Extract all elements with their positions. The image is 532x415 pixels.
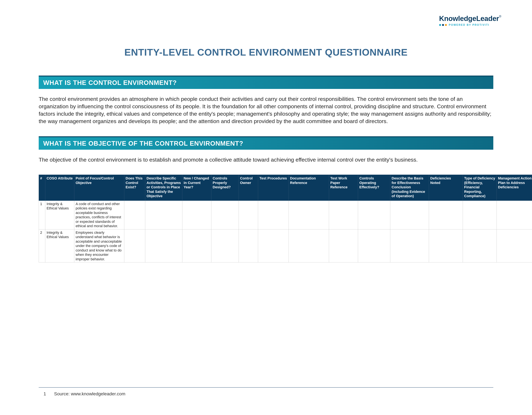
table-header-cell: Deficiencies Noted [429, 175, 463, 201]
page-number: 1 [44, 391, 46, 397]
table-header-cell: Type of Deficiency (Efficiency, Financia… [463, 175, 497, 201]
footer-source: Source: www.knowledgeleader.com [54, 391, 125, 397]
table-cell: Integrity & Ethical Values [45, 229, 74, 262]
table-cell [211, 201, 239, 229]
table-cell: A code of conduct and other policies exi… [74, 201, 124, 229]
logo-subline: POWERED BY PROTIVITI [449, 24, 489, 27]
table-header-cell: Describe the Basis for Effectiveness Con… [390, 175, 429, 201]
table-cell [358, 201, 390, 229]
table-header-cell: Describe Specific Activities, Programs o… [145, 175, 182, 201]
table-cell [211, 229, 239, 262]
table-cell [463, 201, 497, 229]
table-cell [145, 229, 182, 262]
table-cell [463, 229, 497, 262]
table-cell: 2 [39, 229, 45, 262]
table-cell [182, 229, 211, 262]
logo-trademark: ® [499, 15, 501, 18]
table-header-cell: Test Work Paper Reference [329, 175, 358, 201]
table-header-cell: Point of Focus/Control Objective [74, 175, 124, 201]
section-body: The control environment provides an atmo… [39, 95, 493, 125]
table-cell [497, 229, 532, 262]
section-heading: WHAT IS THE OBJECTIVE OF THE CONTROL ENV… [43, 140, 489, 147]
table-cell [329, 201, 358, 229]
table-header-cell: Documentation Reference [289, 175, 329, 201]
table-cell [182, 201, 211, 229]
table-cell [124, 201, 145, 229]
table-cell [358, 229, 390, 262]
table-cell [497, 201, 532, 229]
footer-rule [39, 387, 493, 387]
table-header-cell: New / Changed in Current Year? [182, 175, 211, 201]
table-cell [429, 201, 463, 229]
brand-logo: KnowledgeLeader® POWERED BY PROTIVITI [439, 15, 501, 27]
logo-text: KnowledgeLeader [439, 15, 499, 22]
logo-dots-icon [439, 24, 447, 26]
table-cell [145, 201, 182, 229]
table-header-cell: Control Owner [239, 175, 258, 201]
table-header-row: #COSO AttributePoint of Focus/Control Ob… [39, 175, 532, 201]
table-cell [258, 229, 289, 262]
table-header-cell: Controls Operating Effectively? [358, 175, 390, 201]
page-footer: 1 Source: www.knowledgeleader.com [44, 391, 125, 397]
table-header-cell: Test Procedures [258, 175, 289, 201]
table-row: 2Integrity & Ethical ValuesEmployees cle… [39, 229, 532, 262]
questionnaire-table: #COSO AttributePoint of Focus/Control Ob… [39, 175, 532, 262]
table-header-cell: Controls Properly Designed? [211, 175, 239, 201]
table-cell [258, 201, 289, 229]
table-cell [289, 229, 329, 262]
table-cell [124, 229, 145, 262]
table-cell [429, 229, 463, 262]
table-header-cell: # [39, 175, 45, 201]
table-cell [239, 201, 258, 229]
table-cell [390, 201, 429, 229]
logo-subline-row: POWERED BY PROTIVITI [439, 24, 501, 27]
table-cell [289, 201, 329, 229]
section-body: The objective of the control environment… [39, 156, 493, 164]
table-cell [390, 229, 429, 262]
table-header-cell: Management Action Plan to Address Defici… [497, 175, 532, 201]
table-cell: Employees clearly understand what behavi… [74, 229, 124, 262]
table-cell [239, 229, 258, 262]
table-header-cell: Does This Control Exist? [124, 175, 145, 201]
table-header-cell: COSO Attribute [45, 175, 74, 201]
table-cell: 1 [39, 201, 45, 229]
section-heading: WHAT IS THE CONTROL ENVIRONMENT? [43, 79, 489, 86]
document-title: ENTITY-LEVEL CONTROL ENVIRONMENT QUESTIO… [39, 47, 493, 58]
table-cell: Integrity & Ethical Values [45, 201, 74, 229]
table-row: 1Integrity & Ethical ValuesA code of con… [39, 201, 532, 229]
document-page: KnowledgeLeader® POWERED BY PROTIVITI EN… [0, 0, 532, 415]
section-heading-bar: WHAT IS THE OBJECTIVE OF THE CONTROL ENV… [39, 136, 493, 150]
table-cell [329, 229, 358, 262]
section-heading-bar: WHAT IS THE CONTROL ENVIRONMENT? [39, 75, 493, 89]
